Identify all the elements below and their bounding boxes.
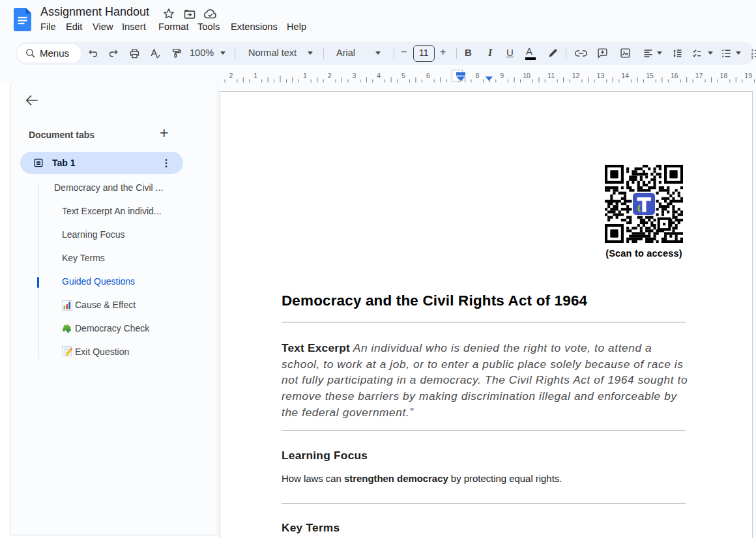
svg-text:9: 9 [500, 72, 504, 79]
svg-text:15: 15 [646, 72, 654, 79]
svg-text:10: 10 [523, 72, 531, 79]
svg-text:3: 3 [352, 72, 356, 79]
svg-text:2: 2 [229, 72, 233, 79]
svg-text:5: 5 [401, 72, 405, 79]
svg-text:1: 1 [303, 72, 307, 79]
svg-text:18: 18 [720, 72, 728, 79]
svg-text:1: 1 [254, 72, 257, 79]
svg-text:12: 12 [572, 72, 580, 79]
svg-text:19: 19 [744, 72, 752, 79]
svg-text:17: 17 [695, 72, 703, 79]
svg-text:14: 14 [621, 72, 629, 79]
svg-text:8: 8 [475, 72, 479, 79]
svg-text:6: 6 [426, 72, 430, 79]
svg-text:4: 4 [377, 72, 381, 79]
svg-text:16: 16 [671, 72, 678, 79]
svg-text:11: 11 [547, 72, 555, 79]
svg-text:13: 13 [597, 72, 605, 79]
svg-text:2: 2 [328, 72, 332, 79]
svg-text:3: 3 [751, 55, 753, 59]
